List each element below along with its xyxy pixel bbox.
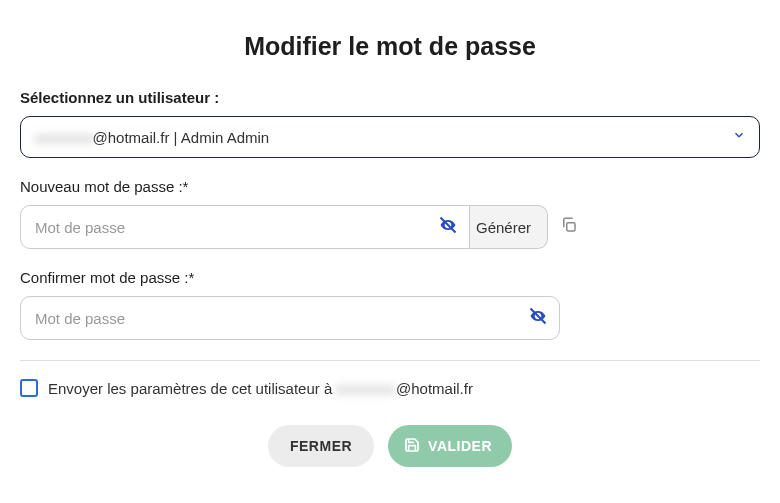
send-params-label: Envoyer les paramètres de cet utilisateu…: [48, 380, 473, 397]
generate-button[interactable]: Générer: [460, 205, 548, 249]
close-button[interactable]: FERMER: [268, 425, 374, 467]
validate-button-label: VALIDER: [428, 438, 492, 454]
send-params-checkbox[interactable]: [20, 379, 38, 397]
save-icon: [404, 437, 420, 456]
user-select-value-masked: xxxxxxx: [35, 129, 95, 146]
svg-rect-1: [567, 223, 575, 231]
confirm-password-label: Confirmer mot de passe :*: [20, 269, 760, 286]
user-select[interactable]: xxxxxxx @hotmail.fr | Admin Admin: [20, 116, 760, 158]
validate-button[interactable]: VALIDER: [388, 425, 512, 467]
user-select-label: Sélectionnez un utilisateur :: [20, 89, 760, 106]
eye-off-icon[interactable]: [438, 215, 458, 239]
new-password-label: Nouveau mot de passe :*: [20, 178, 760, 195]
page-title: Modifier le mot de passe: [20, 32, 760, 61]
divider: [20, 360, 760, 361]
copy-icon[interactable]: [560, 216, 578, 238]
user-select-value: @hotmail.fr | Admin Admin: [93, 129, 270, 146]
confirm-password-input[interactable]: [20, 296, 560, 340]
eye-off-icon[interactable]: [528, 306, 548, 330]
new-password-input[interactable]: [20, 205, 470, 249]
